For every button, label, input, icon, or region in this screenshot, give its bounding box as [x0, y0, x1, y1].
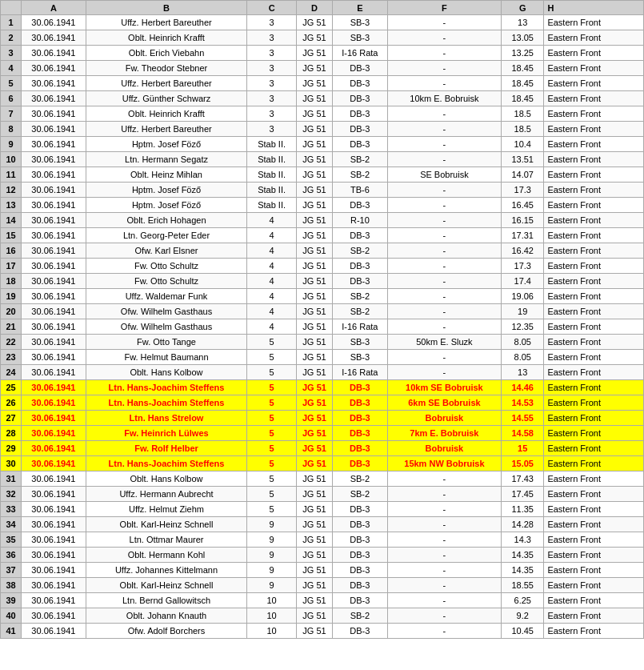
table-row: 3630.06.1941Oblt. Hermann Kohl9JG 51DB-3… — [1, 548, 644, 563]
table-row: 3130.06.1941Oblt. Hans Kolbow5JG 51SB-2-… — [1, 471, 644, 487]
col-header-e: E — [332, 1, 387, 15]
col-header-d: D — [296, 1, 332, 15]
table-row: 2530.06.1941Ltn. Hans-Joachim Steffens5J… — [1, 380, 644, 395]
row-number: 28 — [1, 426, 22, 441]
row-number: 6 — [1, 91, 22, 106]
table-row: 2430.06.1941Oblt. Hans Kolbow5JG 51I-16 … — [1, 365, 644, 380]
table-row: 2230.06.1941Fw. Otto Tange5JG 51SB-350km… — [1, 335, 644, 350]
table-row: 830.06.1941Uffz. Herbert Bareuther3JG 51… — [1, 122, 644, 137]
table-row: 530.06.1941Uffz. Herbert Bareuther3JG 51… — [1, 76, 644, 91]
table-row: 1630.06.1941Ofw. Karl Elsner4JG 51SB-2-1… — [1, 243, 644, 259]
col-header-a: A — [22, 1, 86, 15]
row-number: 27 — [1, 411, 22, 426]
row-number: 37 — [1, 563, 22, 578]
col-header-rownum — [1, 1, 22, 15]
table-row: 430.06.1941Fw. Theodor Stebner3JG 51DB-3… — [1, 61, 644, 76]
row-number: 8 — [1, 122, 22, 137]
row-number: 26 — [1, 395, 22, 411]
table-row: 1030.06.1941Ltn. Hermann SegatzStab II.J… — [1, 152, 644, 167]
table-row: 330.06.1941Oblt. Erich Viebahn3JG 51I-16… — [1, 46, 644, 61]
table-row: 130.06.1941Uffz. Herbert Bareuther3JG 51… — [1, 15, 644, 30]
row-number: 14 — [1, 213, 22, 228]
table-row: 1930.06.1941Uffz. Waldemar Funk4JG 51SB-… — [1, 289, 644, 304]
table-row: 1330.06.1941Hptm. Josef FözőStab II.JG 5… — [1, 198, 644, 213]
row-number: 16 — [1, 243, 22, 259]
row-number: 10 — [1, 152, 22, 167]
row-number: 2 — [1, 30, 22, 46]
row-number: 17 — [1, 259, 22, 274]
table-row: 230.06.1941Oblt. Heinrich Krafft3JG 51SB… — [1, 30, 644, 46]
row-number: 11 — [1, 167, 22, 183]
table-row: 3930.06.1941Ltn. Bernd Gallowitsch10JG 5… — [1, 593, 644, 608]
row-number: 20 — [1, 304, 22, 319]
row-number: 12 — [1, 183, 22, 198]
table-row: 1130.06.1941Oblt. Heinz MihlanStab II.JG… — [1, 167, 644, 183]
table-row: 3830.06.1941Oblt. Karl-Heinz Schnell9JG … — [1, 578, 644, 593]
col-header-b: B — [86, 1, 247, 15]
row-number: 31 — [1, 471, 22, 487]
col-header-c: C — [247, 1, 297, 15]
table-row: 1230.06.1941Hptm. Josef FözőStab II.JG 5… — [1, 183, 644, 198]
table-row: 3230.06.1941Uffz. Hermann Aubrecht5JG 51… — [1, 487, 644, 502]
table-row: 3530.06.1941Ltn. Ottmar Maurer9JG 51DB-3… — [1, 532, 644, 548]
table-row: 2930.06.1941Fw. Rolf Helber5JG 51DB-3Bob… — [1, 441, 644, 456]
row-number: 3 — [1, 46, 22, 61]
row-number: 15 — [1, 228, 22, 243]
row-number: 38 — [1, 578, 22, 593]
table-row: 4130.06.1941Ofw. Adolf Borchers10JG 51DB… — [1, 624, 644, 639]
row-number: 39 — [1, 593, 22, 608]
row-number: 13 — [1, 198, 22, 213]
spreadsheet-container: A B C D E F G H 130.06.1941Uffz. Herbert… — [0, 0, 644, 639]
row-number: 25 — [1, 380, 22, 395]
row-number: 4 — [1, 61, 22, 76]
col-header-f: F — [387, 1, 501, 15]
table-row: 3030.06.1941Ltn. Hans-Joachim Steffens5J… — [1, 456, 644, 471]
table-row: 2830.06.1941Fw. Heinrich Lülwes5JG 51DB-… — [1, 426, 644, 441]
row-number: 7 — [1, 106, 22, 122]
row-number: 35 — [1, 532, 22, 548]
table-row: 1430.06.1941Oblt. Erich Hohagen4JG 51R-1… — [1, 213, 644, 228]
row-number: 40 — [1, 608, 22, 624]
table-row: 2330.06.1941Fw. Helmut Baumann5JG 51SB-3… — [1, 350, 644, 365]
row-number: 9 — [1, 137, 22, 152]
table-row: 630.06.1941Uffz. Günther Schwarz3JG 51DB… — [1, 91, 644, 106]
row-number: 19 — [1, 289, 22, 304]
row-number: 41 — [1, 624, 22, 639]
table-body: 130.06.1941Uffz. Herbert Bareuther3JG 51… — [1, 15, 644, 639]
row-number: 33 — [1, 502, 22, 517]
data-table: A B C D E F G H 130.06.1941Uffz. Herbert… — [0, 0, 644, 639]
col-header-g: G — [502, 1, 544, 15]
col-header-h: H — [544, 1, 644, 15]
row-number: 34 — [1, 517, 22, 532]
row-number: 29 — [1, 441, 22, 456]
row-number: 24 — [1, 365, 22, 380]
table-row: 1730.06.1941Fw. Otto Schultz4JG 51DB-3-1… — [1, 259, 644, 274]
row-number: 22 — [1, 335, 22, 350]
row-number: 32 — [1, 487, 22, 502]
header-row: A B C D E F G H — [1, 1, 644, 15]
table-row: 930.06.1941Hptm. Josef FözőStab II.JG 51… — [1, 137, 644, 152]
row-number: 23 — [1, 350, 22, 365]
table-row: 1830.06.1941Fw. Otto Schultz4JG 51DB-3-1… — [1, 274, 644, 289]
table-row: 2630.06.1941Ltn. Hans-Joachim Steffens5J… — [1, 395, 644, 411]
row-number: 5 — [1, 76, 22, 91]
table-row: 3430.06.1941Oblt. Karl-Heinz Schnell9JG … — [1, 517, 644, 532]
table-row: 3330.06.1941Uffz. Helmut Ziehm5JG 51DB-3… — [1, 502, 644, 517]
table-row: 2030.06.1941Ofw. Wilhelm Gasthaus4JG 51S… — [1, 304, 644, 319]
table-row: 730.06.1941Oblt. Heinrich Krafft3JG 51DB… — [1, 106, 644, 122]
row-number: 21 — [1, 319, 22, 335]
row-number: 18 — [1, 274, 22, 289]
row-number: 36 — [1, 548, 22, 563]
table-row: 2730.06.1941Ltn. Hans Strelow5JG 51DB-3B… — [1, 411, 644, 426]
table-row: 4030.06.1941Oblt. Johann Knauth10JG 51SB… — [1, 608, 644, 624]
table-row: 3730.06.1941Uffz. Johannes Kittelmann9JG… — [1, 563, 644, 578]
table-row: 2130.06.1941Ofw. Wilhelm Gasthaus4JG 51I… — [1, 319, 644, 335]
row-number: 1 — [1, 15, 22, 30]
table-row: 1530.06.1941Ltn. Georg-Peter Eder4JG 51D… — [1, 228, 644, 243]
row-number: 30 — [1, 456, 22, 471]
